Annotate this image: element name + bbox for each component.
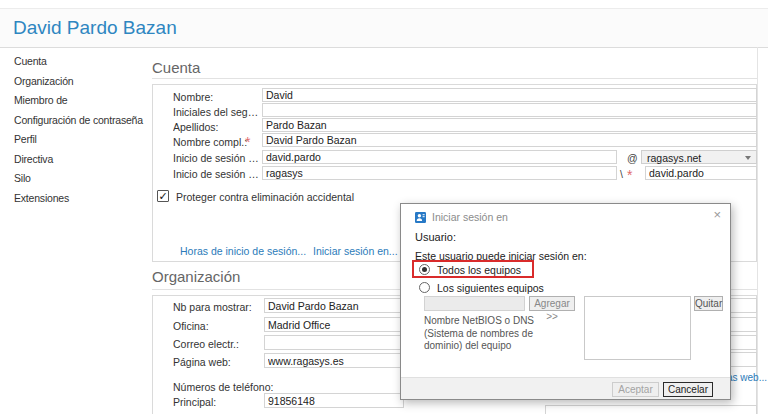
email-input[interactable] bbox=[264, 335, 404, 350]
upn-domain-value: ragasys.net bbox=[647, 152, 701, 164]
display-name-label: Nb para mostrar: bbox=[173, 301, 260, 313]
first-name-input[interactable] bbox=[262, 88, 757, 102]
hint-line: dominio) del equipo bbox=[424, 340, 554, 353]
close-icon[interactable]: × bbox=[713, 207, 721, 222]
annotation-highlight-box bbox=[412, 260, 534, 278]
logon-hours-link[interactable]: Horas de inicio de sesión... bbox=[180, 245, 306, 257]
sidebar-item-directiva[interactable]: Directiva bbox=[0, 150, 146, 170]
computers-list[interactable] bbox=[584, 296, 691, 360]
logon-to-link[interactable]: Iniciar sesión en... bbox=[313, 245, 398, 257]
protect-deletion-label: Proteger contra eliminación accidental bbox=[176, 191, 354, 203]
at-symbol: @ bbox=[627, 152, 638, 164]
org-right-column-input[interactable] bbox=[545, 405, 757, 414]
office-label: Oficina: bbox=[173, 320, 260, 332]
dialog-title: Iniciar sesión en bbox=[432, 211, 508, 223]
upn-logon-label: Inicio de sesión UPN de us... bbox=[173, 152, 260, 164]
other-web-pages-link[interactable]: as web... bbox=[727, 372, 767, 383]
account-section-rule bbox=[152, 78, 757, 79]
web-input[interactable] bbox=[264, 353, 404, 368]
sidebar-item-miembro-de[interactable]: Miembro de bbox=[0, 91, 146, 111]
middle-initials-label: Iniciales del segundo nom... bbox=[173, 106, 260, 118]
ok-button[interactable]: Aceptar bbox=[612, 382, 659, 397]
required-marker-icon: * bbox=[245, 137, 250, 147]
chevron-down-icon bbox=[745, 156, 751, 160]
hint-line: Nombre NetBIOS o DNS bbox=[424, 315, 554, 328]
sam-logon-label: Inicio de sesión SamAccou... bbox=[173, 168, 260, 180]
remove-button[interactable]: Quitar bbox=[694, 296, 723, 311]
display-name-input[interactable] bbox=[264, 298, 404, 313]
sam-domain-input[interactable] bbox=[262, 166, 617, 180]
header-divider bbox=[0, 47, 768, 48]
first-name-label: Nombre: bbox=[173, 91, 260, 103]
radio-following-computers[interactable] bbox=[419, 282, 430, 293]
sections-sidebar: Cuenta Organización Miembro de Configura… bbox=[0, 52, 146, 208]
protect-deletion-checkbox[interactable]: ✓ bbox=[157, 190, 169, 202]
logon-to-dialog: Iniciar sesión en × Usuario: Este usuari… bbox=[400, 203, 731, 400]
organization-section-title: Organización bbox=[152, 268, 240, 285]
sidebar-item-organizacion[interactable]: Organización bbox=[0, 72, 146, 92]
computer-name-input[interactable] bbox=[424, 296, 525, 311]
computer-name-hint: Nombre NetBIOS o DNS (Sistema de nombres… bbox=[424, 315, 554, 353]
dialog-user-label: Usuario: bbox=[415, 231, 456, 243]
cancel-button[interactable]: Cancelar bbox=[663, 382, 713, 397]
email-label: Correo electr.: bbox=[173, 338, 260, 350]
web-label: Página web: bbox=[173, 356, 260, 368]
phone-numbers-label: Números de teléfono: bbox=[173, 381, 283, 393]
adac-user-properties-window: David Pardo Bazan Cuenta Organización Mi… bbox=[0, 0, 768, 414]
main-phone-input[interactable] bbox=[264, 393, 404, 408]
content-right-edge bbox=[757, 47, 758, 414]
main-phone-label: Principal: bbox=[173, 396, 260, 408]
upn-logon-input[interactable] bbox=[262, 150, 617, 164]
full-name-input[interactable] bbox=[262, 133, 757, 147]
sidebar-item-silo[interactable]: Silo bbox=[0, 169, 146, 189]
upn-domain-select[interactable]: ragasys.net bbox=[641, 150, 757, 164]
backslash-symbol: \ bbox=[620, 168, 623, 180]
required-marker-icon: * bbox=[627, 170, 632, 180]
sidebar-item-config-contrasena[interactable]: Configuración de contraseña bbox=[0, 111, 146, 131]
office-input[interactable] bbox=[264, 317, 404, 332]
last-name-input[interactable] bbox=[262, 118, 757, 132]
check-icon: ✓ bbox=[158, 190, 167, 202]
add-button[interactable]: Agregar >> bbox=[529, 296, 575, 311]
sidebar-item-perfil[interactable]: Perfil bbox=[0, 130, 146, 150]
sam-logon-input[interactable] bbox=[645, 166, 757, 180]
hint-line: (Sistema de nombres de bbox=[424, 328, 554, 341]
account-section-title: Cuenta bbox=[152, 59, 200, 76]
last-name-label: Apellidos: bbox=[173, 121, 260, 133]
middle-initials-input[interactable] bbox=[262, 103, 757, 117]
radio-following-computers-label: Los siguientes equipos bbox=[437, 282, 544, 294]
sidebar-item-extensiones[interactable]: Extensiones bbox=[0, 189, 146, 209]
sidebar-item-cuenta[interactable]: Cuenta bbox=[0, 52, 146, 72]
page-title: David Pardo Bazan bbox=[13, 17, 177, 39]
user-account-icon bbox=[415, 212, 426, 223]
